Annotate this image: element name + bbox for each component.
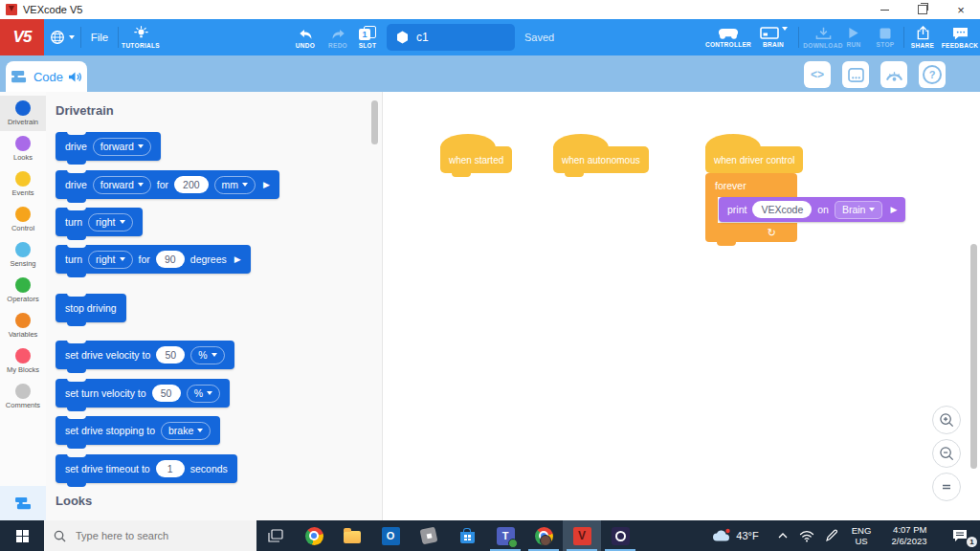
tab-bar: Code <> ? xyxy=(0,55,980,92)
slot-button[interactable]: 1 SLOT xyxy=(353,19,382,55)
controller-icon xyxy=(718,27,739,39)
sidebar-item-sensing[interactable]: Sensing xyxy=(0,237,46,273)
language-line2: US xyxy=(852,536,872,546)
direction-dropdown[interactable]: forward xyxy=(93,176,151,194)
clock[interactable]: 4:07 PM2/6/2023 xyxy=(879,520,940,551)
project-name-field[interactable]: c1 xyxy=(387,24,515,51)
block-turn-for[interactable]: turn right for 90 degrees ▶ xyxy=(56,245,251,274)
notification-center-button[interactable]: 1 xyxy=(940,520,980,551)
canvas-scrollbar[interactable] xyxy=(970,244,977,469)
sidebar-item-events[interactable]: Events xyxy=(0,166,46,202)
block-set-drive-timeout[interactable]: set drive timeout to 1 seconds xyxy=(56,454,237,483)
task-view-button[interactable] xyxy=(256,520,295,551)
distance-input[interactable]: 200 xyxy=(174,176,209,193)
weather-widget[interactable]: 43°F xyxy=(699,520,771,551)
expand-arrow-icon[interactable]: ▶ xyxy=(234,254,241,264)
taskbar-app-obs[interactable] xyxy=(601,520,639,551)
block-label: seconds xyxy=(190,463,228,474)
sidebar-item-operators[interactable]: Operators xyxy=(0,273,46,308)
taskbar-app-chrome-profile[interactable] xyxy=(524,520,563,551)
expand-arrow-icon[interactable]: ▶ xyxy=(890,205,897,214)
block-stop-driving[interactable]: stop driving xyxy=(56,294,126,322)
units-dropdown[interactable]: % xyxy=(187,385,220,403)
block-set-turn-velocity[interactable]: set turn velocity to 50 % xyxy=(56,379,230,408)
speaker-icon[interactable] xyxy=(68,71,82,83)
sidebar-item-my-blocks[interactable]: My Blocks xyxy=(0,343,46,379)
programming-canvas[interactable]: when started when autonomous when driver… xyxy=(383,92,980,520)
minimize-button[interactable] xyxy=(865,0,903,19)
feedback-button[interactable]: FEEDBACK xyxy=(940,19,980,55)
chevron-down-icon xyxy=(242,183,248,187)
taskbar-search[interactable] xyxy=(44,520,256,551)
velocity-input[interactable]: 50 xyxy=(152,385,181,402)
toggle-palette-button[interactable] xyxy=(0,486,46,520)
zoom-out-button[interactable] xyxy=(932,439,961,468)
block-set-drive-stopping[interactable]: set drive stopping to brake xyxy=(56,416,220,445)
sidebar-item-comments[interactable]: Comments xyxy=(0,379,46,414)
code-brackets-icon: <> xyxy=(811,68,824,81)
tab-code[interactable]: Code xyxy=(6,61,87,92)
network-button[interactable] xyxy=(794,520,819,551)
units-dropdown[interactable]: mm xyxy=(214,176,256,194)
text-code-toggle-button[interactable]: <> xyxy=(804,61,831,88)
sidebar-item-drivetrain[interactable]: Drivetrain xyxy=(0,96,46,131)
print-target-dropdown[interactable]: Brain xyxy=(835,201,883,219)
controller-button[interactable]: CONTROLLER xyxy=(705,19,751,55)
block-drive-for[interactable]: drive forward for 200 mm ▶ xyxy=(56,170,279,199)
timeout-input[interactable]: 1 xyxy=(156,460,185,477)
block-label: drive xyxy=(65,141,87,152)
taskbar-app-file-explorer[interactable] xyxy=(333,520,371,551)
taskbar-app-outlook[interactable] xyxy=(371,520,410,551)
category-dot xyxy=(15,313,31,328)
undo-button[interactable]: UNDO xyxy=(291,19,320,55)
device-setup-button[interactable] xyxy=(842,61,869,88)
chrome-icon xyxy=(305,527,323,545)
block-set-drive-velocity[interactable]: set drive velocity to 50 % xyxy=(56,341,234,369)
dashboard-button[interactable] xyxy=(880,61,907,88)
direction-dropdown[interactable]: right xyxy=(88,213,132,231)
search-input[interactable] xyxy=(74,529,231,542)
stop-button[interactable]: STOP xyxy=(872,19,899,55)
sidebar-item-looks[interactable]: Looks xyxy=(0,131,46,166)
ink-workspace-button[interactable] xyxy=(819,520,844,551)
velocity-input[interactable]: 50 xyxy=(156,346,185,364)
mode-dropdown[interactable]: brake xyxy=(161,422,211,440)
task-view-icon xyxy=(268,529,283,542)
taskbar-app-vexcode[interactable] xyxy=(563,520,601,551)
brain-button[interactable]: BRAIN xyxy=(752,19,794,55)
taskbar-app-chrome[interactable] xyxy=(295,520,333,551)
taskbar-app-teams[interactable] xyxy=(486,520,524,551)
print-text-input[interactable]: VEXcode xyxy=(752,201,812,218)
run-button[interactable]: RUN xyxy=(840,19,867,55)
tray-expand-button[interactable] xyxy=(771,520,794,551)
start-button[interactable] xyxy=(0,520,44,551)
block-turn[interactable]: turn right xyxy=(56,208,143,236)
help-button[interactable]: ? xyxy=(919,61,946,88)
reset-zoom-button[interactable] xyxy=(932,473,961,501)
direction-dropdown[interactable]: forward xyxy=(93,138,151,156)
sidebar-item-variables[interactable]: Variables xyxy=(0,308,46,343)
tutorials-button[interactable]: TUTORIALS xyxy=(119,19,163,55)
taskbar-app-store[interactable] xyxy=(448,520,486,551)
units-dropdown[interactable]: % xyxy=(190,346,224,364)
share-button[interactable]: SHARE xyxy=(907,19,938,55)
expand-arrow-icon[interactable]: ▶ xyxy=(263,180,270,189)
hexagon-icon xyxy=(396,31,409,44)
language-menu[interactable] xyxy=(46,19,78,55)
vexcode-icon xyxy=(573,527,591,545)
file-menu[interactable]: File xyxy=(82,19,117,55)
language-indicator[interactable]: ENGUS xyxy=(844,520,879,551)
sidebar-item-control[interactable]: Control xyxy=(0,202,46,237)
redo-button[interactable]: REDO xyxy=(323,19,352,55)
zoom-in-button[interactable] xyxy=(932,406,961,434)
taskbar-app-roblox[interactable] xyxy=(410,520,448,551)
direction-dropdown[interactable]: right xyxy=(88,251,132,269)
download-button[interactable]: DOWNLOAD xyxy=(804,19,842,55)
angle-input[interactable]: 90 xyxy=(156,251,185,268)
close-button[interactable]: × xyxy=(942,0,980,19)
palette-scrollbar[interactable] xyxy=(371,100,378,144)
print-block[interactable]: print VEXcode on Brain ▶ xyxy=(719,197,905,222)
maximize-button[interactable] xyxy=(903,0,942,19)
category-dot xyxy=(15,277,31,293)
block-drive[interactable]: drive forward xyxy=(56,132,161,161)
